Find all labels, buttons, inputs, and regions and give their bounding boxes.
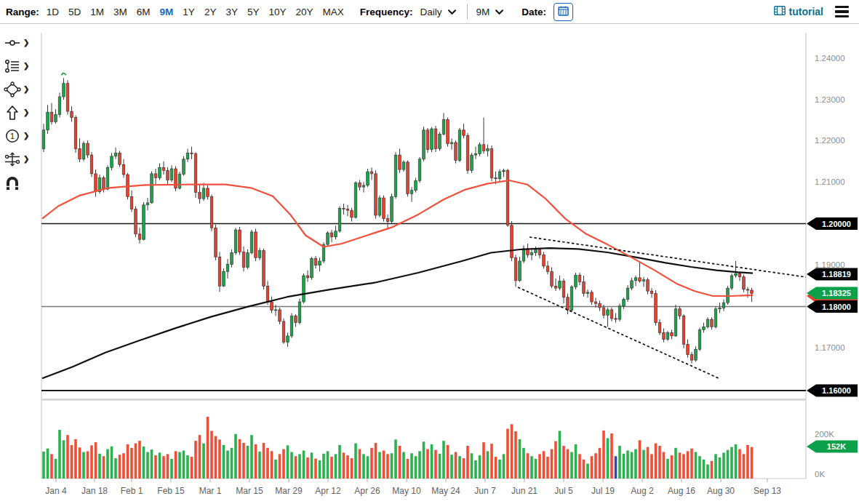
svg-text:May 24: May 24 bbox=[431, 486, 460, 496]
chevron-right-icon: ❯ bbox=[23, 156, 29, 163]
range-option-10y[interactable]: 10Y bbox=[268, 7, 286, 17]
ma-slow-line bbox=[42, 248, 753, 378]
svg-text:Apr 26: Apr 26 bbox=[354, 486, 380, 496]
svg-text:Jun 7: Jun 7 bbox=[474, 486, 496, 496]
ma-fast-line bbox=[42, 180, 753, 296]
chart-svg[interactable]: 1.240001.230001.220001.210001.190001.170… bbox=[0, 24, 859, 504]
svg-text:1.22000: 1.22000 bbox=[815, 136, 845, 145]
menu-icon[interactable] bbox=[835, 6, 849, 17]
svg-text:Jun 21: Jun 21 bbox=[511, 486, 538, 496]
chevron-down-icon bbox=[495, 9, 504, 15]
range-option-1y[interactable]: 1Y bbox=[183, 7, 195, 17]
svg-text:1.18325: 1.18325 bbox=[822, 289, 851, 297]
price-badges: 1.200001.188191.183251.180001.16000152K bbox=[807, 217, 858, 453]
trendline-icon bbox=[4, 35, 21, 51]
svg-text:1.19000: 1.19000 bbox=[815, 260, 845, 269]
trendline-tool[interactable]: ❯ bbox=[3, 34, 30, 52]
chevron-right-icon: ❯ bbox=[23, 39, 29, 47]
svg-text:1.17000: 1.17000 bbox=[815, 343, 845, 352]
frequency-label: Frequency: bbox=[360, 7, 413, 17]
svg-text:Aug 30: Aug 30 bbox=[707, 486, 735, 496]
svg-text:Mar 1: Mar 1 bbox=[199, 486, 222, 496]
svg-text:1.18000: 1.18000 bbox=[822, 303, 851, 311]
svg-text:Apr 12: Apr 12 bbox=[315, 486, 341, 496]
toolbar-right: tutorial bbox=[774, 6, 859, 17]
date-picker-button[interactable] bbox=[554, 3, 573, 21]
tutorial-label: tutorial bbox=[789, 6, 823, 17]
svg-text:1.21000: 1.21000 bbox=[815, 177, 845, 186]
drawing-toolbar: ❯ ❯ ❯ ❯ 1 ❯ bbox=[3, 34, 30, 193]
magnet-icon bbox=[4, 175, 21, 192]
chevron-down-icon bbox=[447, 9, 457, 15]
range-option-5y[interactable]: 5Y bbox=[247, 7, 260, 17]
fibonacci-tool[interactable]: ❯ bbox=[3, 57, 30, 75]
range-option-20y[interactable]: 20Y bbox=[295, 7, 313, 17]
range-option-1d[interactable]: 1D bbox=[47, 7, 59, 17]
svg-text:Jan 4: Jan 4 bbox=[45, 486, 67, 496]
svg-text:0K: 0K bbox=[815, 470, 825, 479]
chart-stage: 1.240001.230001.220001.210001.190001.170… bbox=[0, 24, 859, 504]
trendlines[interactable] bbox=[518, 237, 806, 379]
range-option-3y[interactable]: 3Y bbox=[225, 7, 238, 17]
toolbar-left: Range: 1D5D1M3M6M9M1Y2Y3Y5Y10Y20YMAX Fre… bbox=[0, 3, 573, 21]
period-value: 9M bbox=[476, 7, 490, 17]
range-option-9m[interactable]: 9M bbox=[160, 7, 174, 17]
range-option-max[interactable]: MAX bbox=[322, 7, 343, 17]
toolbar: Range: 1D5D1M3M6M9M1Y2Y3Y5Y10Y20YMAX Fre… bbox=[0, 0, 859, 24]
tutorial-link[interactable]: tutorial bbox=[774, 6, 823, 17]
calendar-icon bbox=[558, 6, 569, 18]
range-option-2y[interactable]: 2Y bbox=[204, 7, 217, 17]
chart-frame bbox=[41, 33, 806, 479]
svg-text:Feb 15: Feb 15 bbox=[157, 486, 185, 496]
range-option-6m[interactable]: 6M bbox=[137, 7, 151, 17]
svg-text:1.20000: 1.20000 bbox=[822, 220, 851, 228]
volume-bars bbox=[42, 417, 753, 479]
measure-icon bbox=[4, 151, 21, 167]
svg-text:Mar 15: Mar 15 bbox=[236, 486, 263, 496]
range-options: 1D5D1M3M6M9M1Y2Y3Y5Y10Y20YMAX bbox=[47, 7, 344, 17]
shapes-icon bbox=[4, 81, 21, 97]
svg-text:Jul 5: Jul 5 bbox=[554, 486, 573, 496]
svg-text:200K: 200K bbox=[815, 430, 834, 439]
shapes-tool[interactable]: ❯ bbox=[3, 81, 30, 98]
chevron-right-icon: ❯ bbox=[23, 109, 29, 116]
y-axis-labels: 1.240001.230001.220001.210001.190001.170… bbox=[815, 54, 845, 479]
circled-one-icon: 1 bbox=[4, 128, 21, 144]
candles[interactable] bbox=[42, 78, 753, 363]
svg-text:Feb 1: Feb 1 bbox=[121, 486, 143, 496]
svg-text:Sep 13: Sep 13 bbox=[754, 486, 781, 496]
date-label: Date: bbox=[522, 7, 546, 17]
range-option-3m[interactable]: 3M bbox=[113, 7, 127, 17]
arrow-tool[interactable]: ❯ bbox=[3, 104, 30, 121]
film-icon bbox=[774, 6, 786, 17]
x-axis-labels: Jan 4Jan 18Feb 1Feb 15Mar 1Mar 15Mar 29A… bbox=[45, 479, 781, 496]
chevron-right-icon: ❯ bbox=[23, 132, 29, 140]
svg-text:1.23000: 1.23000 bbox=[815, 95, 845, 104]
svg-text:Aug 16: Aug 16 bbox=[668, 486, 695, 496]
chevron-right-icon: ❯ bbox=[23, 86, 29, 93]
svg-text:1.16000: 1.16000 bbox=[822, 386, 851, 395]
svg-text:May 10: May 10 bbox=[392, 486, 421, 496]
svg-text:152K: 152K bbox=[827, 442, 846, 451]
svg-text:1.18819: 1.18819 bbox=[822, 270, 851, 279]
svg-text:Aug 2: Aug 2 bbox=[631, 486, 654, 496]
fibonacci-icon bbox=[4, 58, 21, 74]
arrow-up-icon bbox=[4, 105, 21, 121]
measure-tool[interactable]: ❯ bbox=[3, 151, 30, 168]
svg-text:Jul 19: Jul 19 bbox=[591, 486, 615, 496]
period-dropdown[interactable]: 9M bbox=[476, 7, 505, 17]
frequency-value: Daily bbox=[420, 7, 442, 17]
range-option-5d[interactable]: 5D bbox=[68, 7, 81, 17]
chevron-right-icon: ❯ bbox=[23, 63, 29, 70]
toolbar-divider bbox=[467, 4, 468, 20]
svg-text:Mar 29: Mar 29 bbox=[275, 486, 303, 496]
frequency-dropdown[interactable]: Daily bbox=[420, 7, 457, 17]
svg-text:1.24000: 1.24000 bbox=[815, 54, 845, 63]
svg-text:Jan 18: Jan 18 bbox=[81, 486, 108, 496]
magnet-tool[interactable] bbox=[3, 174, 30, 193]
range-option-1m[interactable]: 1M bbox=[90, 7, 104, 17]
svg-text:1: 1 bbox=[10, 132, 15, 140]
number-annotation-tool[interactable]: 1 ❯ bbox=[3, 127, 30, 145]
peak-marker bbox=[61, 73, 65, 76]
range-label: Range: bbox=[6, 7, 39, 17]
